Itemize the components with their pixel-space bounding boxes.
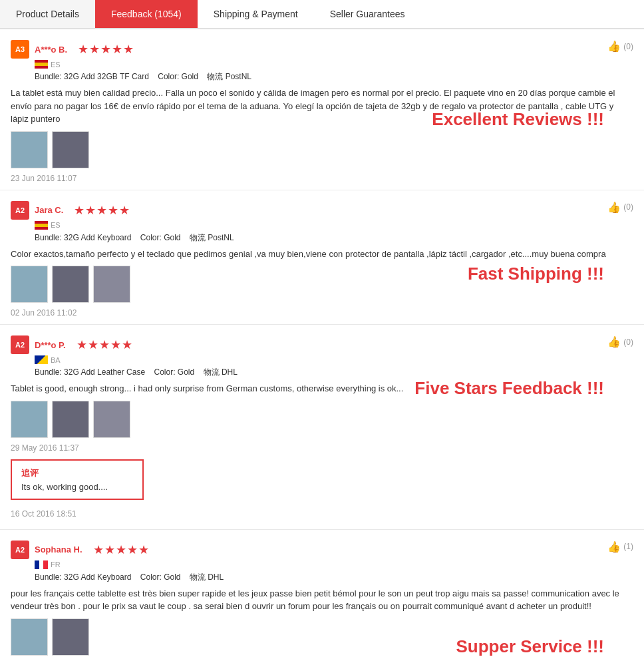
thumbnail[interactable] — [93, 266, 130, 303]
star-icon: ★ — [108, 204, 118, 216]
like-button[interactable]: 👍 (0) — [607, 335, 633, 348]
review-item: A2 Jara C. ★★★★★ ES 👍 (0) Bundle: 32G Ad… — [0, 190, 644, 326]
bundle-info: Bundle: 32G Add Leather Case Color: Gold… — [35, 367, 633, 378]
country-row: BA — [35, 355, 132, 364]
color-label: Color: — [140, 572, 164, 582]
star-icon: ★ — [138, 544, 149, 556]
thumbs-up-icon: 👍 — [607, 40, 621, 53]
review-item: A3 A***o B. ★★★★★ ES 👍 (0) Bundle: 32G A… — [0, 29, 644, 190]
reviewer-name: D***o P. — [35, 340, 66, 350]
tab-product-details[interactable]: Product Details — [0, 0, 95, 28]
like-count: (0) — [623, 42, 633, 51]
like-count: (1) — [623, 542, 633, 551]
color-label: Color: — [154, 367, 177, 377]
followup-text: Its ok, working good.... — [21, 482, 133, 492]
tab-feedback[interactable]: Feedback (1054) — [95, 0, 198, 28]
thumbs-up-icon: 👍 — [607, 541, 621, 553]
bundle-label: Bundle: — [35, 72, 64, 81]
avatar: A2 — [11, 335, 29, 354]
star-icon: ★ — [123, 43, 134, 55]
review-text: pour les français cette tablette est trè… — [11, 587, 633, 613]
star-icon: ★ — [110, 339, 121, 351]
reviewer-meta: A3 A***o B. ★★★★★ — [11, 40, 134, 59]
shipping-value: PostNL — [208, 233, 234, 242]
reviewer-info: A3 A***o B. ★★★★★ ES — [11, 40, 134, 69]
thumbs-up-icon: 👍 — [607, 201, 621, 214]
thumbnail-row — [11, 266, 633, 303]
review-header: A2 Jara C. ★★★★★ ES 👍 (0) — [11, 201, 633, 230]
like-count: (0) — [623, 202, 633, 212]
tab-shipping[interactable]: Shipping & Payment — [198, 0, 314, 28]
star-icon: ★ — [100, 43, 111, 55]
thumbnail-row — [11, 401, 633, 438]
followup-box: 追评 Its ok, working good.... — [11, 459, 144, 500]
thumbnail[interactable] — [52, 266, 89, 303]
reviewer-info: A2 Jara C. ★★★★★ ES — [11, 201, 130, 230]
bundle-value: 32G Add 32GB TF Card — [64, 72, 149, 81]
review-date: 23 Jun 2016 11:07 — [11, 174, 633, 183]
reviewer-meta: A2 Jara C. ★★★★★ — [11, 201, 130, 220]
star-icon: ★ — [78, 43, 88, 55]
shipping-value: DHL — [208, 572, 224, 582]
star-icon: ★ — [104, 544, 115, 556]
shipping-value: DHL — [222, 367, 238, 377]
like-button[interactable]: 👍 (1) — [607, 541, 633, 553]
thumbnail[interactable] — [93, 401, 130, 438]
color-label: Color: — [140, 233, 164, 242]
like-button[interactable]: 👍 (0) — [607, 201, 633, 214]
country-code: ES — [51, 221, 61, 229]
review-item: A2 D***o P. ★★★★★ BA 👍 (0) Bundle: 32G A… — [0, 325, 644, 530]
star-icon: ★ — [85, 204, 96, 216]
bundle-value: 32G Add Keyboard — [64, 572, 131, 582]
reviewer-name: Sophana H. — [35, 545, 82, 554]
thumbnail[interactable] — [11, 618, 48, 656]
avatar: A2 — [11, 541, 29, 559]
country-code: BA — [51, 356, 61, 364]
star-icon: ★ — [96, 204, 107, 216]
star-icon: ★ — [99, 339, 110, 351]
flag-icon — [35, 355, 48, 364]
thumbnail[interactable] — [11, 266, 48, 303]
review-text: Color exactos,tamaño perfecto y el tecla… — [11, 248, 633, 261]
thumbnail-row — [11, 618, 633, 656]
tab-seller[interactable]: Seller Guarantees — [314, 0, 421, 28]
country-code: FR — [51, 560, 61, 568]
review-header: A3 A***o B. ★★★★★ ES 👍 (0) — [11, 40, 633, 69]
review-header: A2 Sophana H. ★★★★★ FR 👍 (1) — [11, 541, 633, 569]
flag-icon — [35, 60, 48, 69]
reviews-list: A3 A***o B. ★★★★★ ES 👍 (0) Bundle: 32G A… — [0, 29, 644, 661]
star-icon: ★ — [127, 544, 138, 556]
color-value: Gold — [164, 233, 180, 242]
shipping-value: PostNL — [226, 72, 251, 81]
review-item: A2 Sophana H. ★★★★★ FR 👍 (1) Bundle: 32G… — [0, 530, 644, 662]
stars-container: ★★★★★ — [74, 204, 130, 216]
country-row: FR — [35, 560, 149, 569]
reviewer-meta: A2 Sophana H. ★★★★★ — [11, 541, 149, 559]
bundle-value: 32G Add Keyboard — [64, 233, 131, 242]
star-icon: ★ — [77, 339, 87, 351]
bundle-value: 32G Add Leather Case — [64, 367, 145, 377]
color-value: Gold — [164, 572, 180, 582]
color-label: Color: — [158, 72, 181, 81]
color-value: Gold — [178, 367, 194, 377]
thumbnail[interactable] — [52, 401, 89, 438]
thumbnail[interactable] — [52, 131, 89, 168]
like-button[interactable]: 👍 (0) — [607, 40, 633, 53]
stars-container: ★★★★★ — [78, 43, 134, 55]
bundle-info: Bundle: 32G Add 32GB TF Card Color: Gold… — [35, 71, 633, 83]
thumbnail-row — [11, 131, 633, 168]
bundle-info: Bundle: 32G Add Keyboard Color: Gold 物流 … — [35, 572, 633, 583]
color-value: Gold — [182, 72, 198, 81]
thumbnail[interactable] — [11, 131, 48, 168]
avatar: A2 — [11, 201, 29, 220]
tabs-bar: Product Details Feedback (1054) Shipping… — [0, 0, 644, 29]
star-icon: ★ — [119, 204, 130, 216]
country-row: ES — [35, 60, 134, 69]
bundle-info: Bundle: 32G Add Keyboard Color: Gold 物流 … — [35, 232, 633, 244]
review-date: 29 May 2016 11:37 — [11, 443, 633, 453]
thumbnail[interactable] — [11, 401, 48, 438]
thumbnail[interactable] — [52, 618, 89, 656]
country-row: ES — [35, 221, 130, 230]
shipping-label: 物流 — [190, 572, 208, 582]
like-count: (0) — [623, 337, 633, 347]
